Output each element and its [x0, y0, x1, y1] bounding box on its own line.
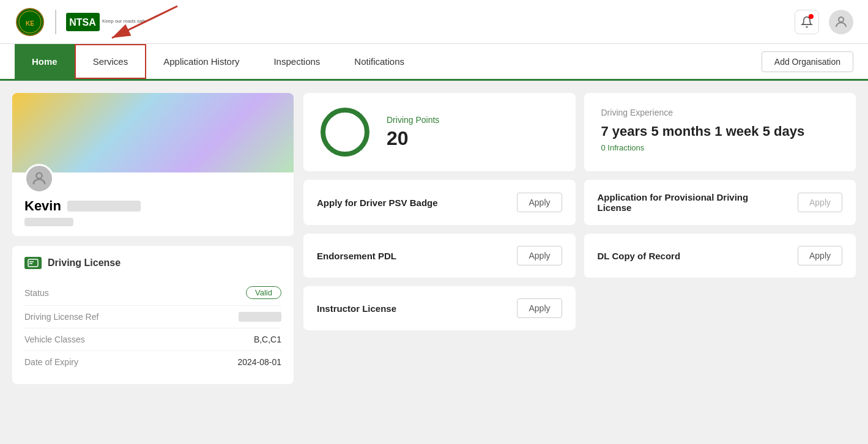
apply-button-4[interactable]: Apply: [517, 298, 562, 318]
svg-point-5: [839, 17, 844, 22]
profile-banner: [12, 93, 294, 172]
expiry-row: Date of Expiry 2024-08-01: [24, 351, 281, 373]
notification-dot: [809, 14, 814, 19]
profile-name: Kevin: [24, 198, 281, 214]
service-card-2: Endorsement PDL Apply: [303, 234, 576, 278]
points-label: Driving Points: [387, 115, 439, 125]
apply-button-3[interactable]: Apply: [798, 246, 842, 265]
vehicle-classes-value: B,C,C1: [254, 335, 281, 344]
main-nav: Home Services Application History Inspec…: [0, 44, 868, 81]
id-blur: [24, 218, 73, 226]
service-name-3: DL Copy of Record: [598, 251, 681, 261]
name-blur: [67, 201, 141, 212]
user-avatar[interactable]: [829, 10, 853, 34]
header-left: KE NTSA Keep our roads safe: [15, 7, 146, 37]
left-panel: Kevin Driving License Status: [12, 93, 294, 432]
nav-notifications-label: Notifications: [354, 56, 404, 67]
vehicle-classes-label: Vehicle Classes: [24, 335, 85, 344]
avatar: [24, 164, 54, 193]
license-header: Driving License: [24, 257, 281, 269]
driving-points-card: Driving Points 20: [303, 93, 576, 171]
svg-text:KE: KE: [26, 20, 34, 27]
nav-app-history[interactable]: Application History: [146, 44, 256, 79]
svg-point-8: [36, 173, 42, 179]
apply-label-0: Apply: [529, 198, 550, 207]
service-name-4: Instructor License: [317, 303, 396, 314]
status-row: Status Valid: [24, 280, 281, 306]
nav-app-history-label: Application History: [163, 56, 239, 67]
service-card-3: DL Copy of Record Apply: [584, 234, 856, 278]
license-title: Driving License: [48, 257, 121, 268]
ntsa-tagline: Keep our roads safe: [102, 18, 146, 24]
main-content: Kevin Driving License Status: [0, 81, 868, 444]
add-org-label: Add Organisation: [774, 57, 840, 67]
status-badge: Valid: [246, 286, 281, 299]
nav-notifications[interactable]: Notifications: [337, 44, 421, 79]
driving-experience-card: Driving Experience 7 years 5 months 1 we…: [584, 93, 856, 171]
service-card-4: Instructor License Apply: [303, 286, 576, 330]
nav-services-label: Services: [93, 56, 128, 67]
service-card-1: Application for Provisional Driving Lice…: [584, 180, 856, 225]
apply-label-3: Apply: [809, 251, 831, 261]
profile-card: Kevin: [12, 93, 294, 236]
status-label: Status: [24, 288, 49, 298]
svg-text:NTSA: NTSA: [69, 17, 96, 28]
points-value: 20: [387, 127, 439, 150]
nav-services[interactable]: Services: [75, 44, 147, 79]
profile-info: Kevin: [12, 172, 294, 236]
apply-label-2: Apply: [529, 251, 550, 261]
service-card-0: Apply for Driver PSV Badge Apply: [303, 180, 576, 225]
service-name-0: Apply for Driver PSV Badge: [317, 198, 438, 208]
apply-button-2[interactable]: Apply: [517, 246, 562, 265]
experience-value: 7 years 5 months 1 week 5 days: [601, 124, 839, 139]
points-info: Driving Points 20: [387, 115, 439, 150]
first-name: Kevin: [24, 198, 61, 214]
dl-ref-label: Driving License Ref: [24, 312, 98, 322]
nav-left: Home Services Application History Inspec…: [15, 44, 421, 79]
license-card: Driving License Status Valid Driving Lic…: [12, 246, 294, 384]
bell-button[interactable]: [795, 10, 819, 34]
nav-home[interactable]: Home: [15, 44, 75, 79]
service-name-2: Endorsement PDL: [317, 251, 396, 261]
dl-ref-blur: [239, 312, 281, 322]
svg-rect-9: [28, 259, 38, 267]
expiry-value: 2024-08-01: [237, 357, 281, 367]
ntsa-logo: NTSA Keep our roads safe: [66, 8, 146, 35]
gov-logo: KE: [15, 7, 45, 37]
license-icon: [24, 257, 42, 269]
header-wrapper: KE NTSA Keep our roads safe: [0, 0, 868, 44]
apply-label-4: Apply: [529, 303, 550, 313]
nav-inspections[interactable]: Inspections: [256, 44, 337, 79]
header-right: [795, 10, 853, 34]
nav-home-label: Home: [32, 56, 57, 67]
vehicle-classes-row: Vehicle Classes B,C,C1: [24, 328, 281, 351]
add-organisation-button[interactable]: Add Organisation: [762, 51, 853, 72]
right-panel: Driving Points 20 Driving Experience 7 y…: [303, 93, 856, 432]
services-grid: Apply for Driver PSV Badge Apply Applica…: [303, 180, 856, 330]
apply-button-1[interactable]: Apply: [798, 193, 842, 212]
driving-points-gauge: [321, 108, 369, 157]
apply-button-0[interactable]: Apply: [517, 193, 562, 212]
apply-label-1: Apply: [809, 198, 831, 207]
top-row: Driving Points 20 Driving Experience 7 y…: [303, 93, 856, 171]
service-name-1: Application for Provisional Driving Lice…: [598, 192, 757, 213]
header: KE NTSA Keep our roads safe: [0, 0, 868, 44]
experience-label: Driving Experience: [601, 108, 839, 117]
logo-divider: [55, 10, 56, 34]
expiry-label: Date of Expiry: [24, 357, 78, 367]
nav-inspections-label: Inspections: [273, 56, 320, 67]
infractions-value: 0 Infractions: [601, 143, 839, 152]
dl-ref-row: Driving License Ref: [24, 306, 281, 328]
